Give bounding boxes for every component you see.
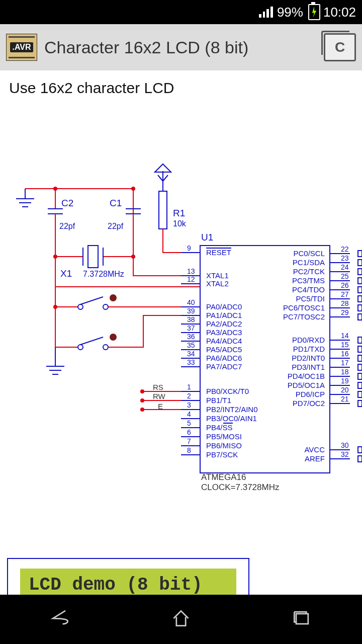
- svg-rect-98: [358, 260, 362, 266]
- status-bar: 99% 10:02: [0, 0, 362, 24]
- svg-rect-102: [358, 269, 362, 275]
- svg-rect-170: [296, 614, 308, 624]
- svg-point-24: [140, 408, 144, 412]
- svg-text:28: 28: [341, 299, 349, 307]
- svg-rect-134: [358, 355, 362, 361]
- svg-text:AREF: AREF: [305, 454, 325, 463]
- svg-text:CLOCK=7.3728MHz: CLOCK=7.3728MHz: [201, 482, 279, 492]
- svg-rect-106: [358, 278, 362, 284]
- app-icon[interactable]: .AVR: [6, 34, 37, 61]
- svg-text:PB2/INT2/AIN0: PB2/INT2/AIN0: [206, 405, 258, 414]
- svg-text:35: 35: [187, 341, 195, 349]
- svg-rect-142: [358, 373, 362, 379]
- svg-rect-126: [358, 337, 362, 343]
- svg-point-21: [53, 305, 57, 309]
- page-title: Character 16x2 LCD (8 bit): [44, 38, 324, 57]
- battery-percent: 99%: [277, 5, 303, 20]
- svg-text:PB4/SS: PB4/SS: [206, 423, 233, 432]
- recent-apps-button[interactable]: [291, 607, 313, 631]
- svg-text:PC0/SCL: PC0/SCL: [293, 249, 325, 258]
- svg-text:U1: U1: [201, 232, 213, 243]
- svg-text:PD4/OC1B: PD4/OC1B: [288, 372, 325, 380]
- svg-text:PC1/SDA: PC1/SDA: [293, 258, 325, 267]
- svg-text:C2: C2: [61, 198, 73, 208]
- svg-rect-122: [358, 314, 362, 320]
- home-button[interactable]: [170, 607, 192, 631]
- svg-text:E: E: [158, 402, 163, 411]
- schematic-diagram: C2 22pf C1 22pf X1 7.3728MHz: [0, 116, 362, 595]
- svg-text:17: 17: [341, 359, 349, 367]
- svg-text:32: 32: [341, 450, 349, 458]
- svg-text:18: 18: [341, 368, 349, 376]
- svg-text:25: 25: [341, 272, 349, 280]
- svg-text:PB7/SCK: PB7/SCK: [206, 450, 238, 459]
- svg-point-23: [140, 398, 144, 403]
- svg-text:PA7/ADC7: PA7/ADC7: [206, 362, 242, 371]
- svg-text:PB3/OC0/AIN1: PB3/OC0/AIN1: [206, 414, 257, 423]
- svg-text:PD6/ICP: PD6/ICP: [296, 390, 325, 398]
- svg-text:PD2/INT0: PD2/INT0: [292, 354, 325, 362]
- svg-rect-94: [358, 251, 362, 257]
- svg-rect-162: [358, 456, 362, 462]
- svg-point-18: [78, 345, 83, 350]
- svg-text:12: 12: [187, 275, 195, 283]
- svg-text:7: 7: [187, 437, 191, 445]
- svg-text:38: 38: [187, 315, 195, 324]
- svg-text:22: 22: [341, 245, 349, 253]
- svg-text:AVCC: AVCC: [304, 445, 325, 454]
- svg-text:PA0/ADC0: PA0/ADC0: [206, 302, 242, 311]
- svg-text:ATMEGA16: ATMEGA16: [201, 472, 246, 482]
- svg-text:36: 36: [187, 333, 195, 341]
- svg-text:1: 1: [187, 383, 191, 391]
- svg-point-17: [103, 304, 108, 309]
- svg-text:4: 4: [187, 410, 191, 418]
- svg-point-15: [78, 304, 83, 309]
- svg-text:29: 29: [341, 308, 349, 316]
- svg-text:PA2/ADC2: PA2/ADC2: [206, 319, 242, 328]
- svg-text:PB0/XCK/T0: PB0/XCK/T0: [206, 387, 249, 395]
- svg-text:PC6/TOSC1: PC6/TOSC1: [283, 303, 325, 312]
- svg-text:19: 19: [341, 377, 349, 385]
- svg-text:RW: RW: [153, 392, 166, 400]
- svg-text:2: 2: [187, 392, 191, 400]
- svg-text:27: 27: [341, 290, 349, 298]
- svg-text:PD7/OC2: PD7/OC2: [293, 399, 325, 408]
- svg-text:20: 20: [341, 386, 349, 394]
- clock: 10:02: [323, 5, 356, 20]
- svg-text:13: 13: [187, 267, 195, 275]
- svg-text:PC2/TCK: PC2/TCK: [293, 267, 325, 276]
- svg-rect-110: [358, 287, 362, 293]
- svg-text:PC5/TDI: PC5/TDI: [296, 294, 325, 303]
- svg-text:PD3/INT1: PD3/INT1: [292, 363, 325, 371]
- svg-text:LCD demo (8 bit): LCD demo (8 bit): [29, 575, 203, 595]
- chip-u1: U1 ATMEGA16 CLOCK=7.3728MHz 9RESET13XTAL…: [181, 232, 362, 492]
- svg-text:PC3/TMS: PC3/TMS: [292, 276, 325, 285]
- svg-text:XTAL1: XTAL1: [206, 271, 229, 280]
- svg-text:14: 14: [341, 332, 349, 340]
- svg-text:22pf: 22pf: [59, 222, 75, 230]
- svg-text:RS: RS: [153, 383, 163, 391]
- svg-text:R1: R1: [173, 208, 185, 218]
- svg-text:PA3/ADC3: PA3/ADC3: [206, 328, 242, 337]
- back-button[interactable]: [49, 607, 71, 631]
- svg-text:PA6/ADC6: PA6/ADC6: [206, 354, 242, 362]
- battery-icon: [308, 4, 320, 20]
- svg-text:34: 34: [187, 350, 195, 358]
- svg-point-22: [140, 389, 144, 393]
- svg-point-3: [131, 187, 135, 191]
- svg-text:10k: 10k: [173, 219, 187, 228]
- svg-text:PA4/ADC4: PA4/ADC4: [206, 337, 242, 345]
- svg-text:RESET: RESET: [206, 248, 231, 257]
- svg-rect-154: [358, 400, 362, 407]
- content-area[interactable]: Use 16x2 character LCD C2 22pf C1 22pf X…: [0, 70, 362, 595]
- svg-rect-118: [358, 305, 362, 311]
- svg-text:PD0/RXD: PD0/RXD: [292, 336, 325, 344]
- svg-text:26: 26: [341, 281, 349, 289]
- svg-text:9: 9: [187, 244, 191, 252]
- svg-rect-8: [88, 246, 98, 268]
- svg-text:21: 21: [341, 395, 349, 403]
- svg-text:24: 24: [341, 263, 349, 271]
- code-button[interactable]: C: [324, 33, 356, 61]
- svg-text:XTAL2: XTAL2: [206, 279, 229, 288]
- svg-text:6: 6: [187, 428, 191, 436]
